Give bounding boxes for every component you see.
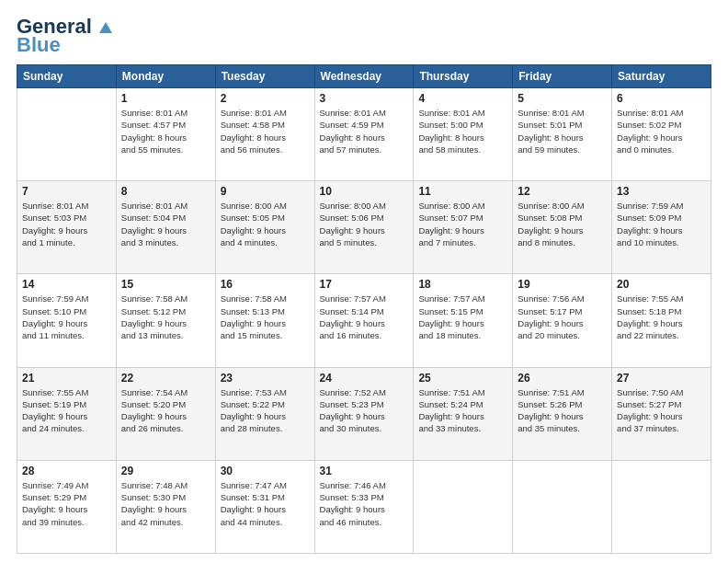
week-row-4: 21Sunrise: 7:55 AM Sunset: 5:19 PM Dayli… — [17, 367, 711, 460]
day-number: 23 — [221, 372, 310, 385]
day-cell: 14Sunrise: 7:59 AM Sunset: 5:10 PM Dayli… — [17, 274, 117, 367]
day-info: Sunrise: 8:00 AM Sunset: 5:05 PM Dayligh… — [221, 200, 310, 248]
day-cell: 15Sunrise: 7:58 AM Sunset: 5:12 PM Dayli… — [116, 274, 215, 367]
day-cell: 22Sunrise: 7:54 AM Sunset: 5:20 PM Dayli… — [116, 367, 215, 460]
day-cell: 27Sunrise: 7:50 AM Sunset: 5:27 PM Dayli… — [612, 367, 711, 460]
day-info: Sunrise: 8:01 AM Sunset: 5:02 PM Dayligh… — [617, 107, 706, 155]
day-cell: 13Sunrise: 7:59 AM Sunset: 5:09 PM Dayli… — [612, 181, 711, 274]
day-info: Sunrise: 7:56 AM Sunset: 5:17 PM Dayligh… — [518, 293, 607, 341]
header: General Blue — [17, 17, 711, 55]
day-number: 5 — [518, 92, 607, 105]
day-info: Sunrise: 7:57 AM Sunset: 5:14 PM Dayligh… — [320, 293, 409, 341]
week-row-5: 28Sunrise: 7:49 AM Sunset: 5:29 PM Dayli… — [17, 460, 711, 553]
day-number: 27 — [617, 372, 706, 385]
day-info: Sunrise: 8:00 AM Sunset: 5:07 PM Dayligh… — [418, 200, 507, 248]
day-cell: 21Sunrise: 7:55 AM Sunset: 5:19 PM Dayli… — [17, 367, 117, 460]
day-cell — [612, 460, 711, 553]
col-header-wednesday: Wednesday — [314, 65, 414, 88]
day-number: 16 — [221, 278, 310, 291]
day-cell: 17Sunrise: 7:57 AM Sunset: 5:14 PM Dayli… — [314, 274, 414, 367]
day-number: 19 — [518, 278, 607, 291]
day-number: 6 — [617, 92, 706, 105]
day-info: Sunrise: 7:51 AM Sunset: 5:24 PM Dayligh… — [418, 386, 507, 435]
day-info: Sunrise: 7:48 AM Sunset: 5:30 PM Dayligh… — [121, 479, 210, 528]
logo-blue: Blue — [17, 35, 61, 55]
day-info: Sunrise: 7:55 AM Sunset: 5:18 PM Dayligh… — [617, 293, 706, 341]
col-header-friday: Friday — [513, 65, 612, 88]
day-info: Sunrise: 7:57 AM Sunset: 5:15 PM Dayligh… — [418, 293, 507, 341]
week-row-2: 7Sunrise: 8:01 AM Sunset: 5:03 PM Daylig… — [17, 181, 711, 274]
day-cell: 8Sunrise: 8:01 AM Sunset: 5:04 PM Daylig… — [116, 181, 215, 274]
day-number: 22 — [121, 372, 210, 385]
day-cell: 2Sunrise: 8:01 AM Sunset: 4:58 PM Daylig… — [215, 88, 314, 181]
day-info: Sunrise: 7:53 AM Sunset: 5:22 PM Dayligh… — [221, 386, 310, 435]
header-row: SundayMondayTuesdayWednesdayThursdayFrid… — [17, 65, 711, 88]
day-cell — [414, 460, 513, 553]
day-info: Sunrise: 7:55 AM Sunset: 5:19 PM Dayligh… — [22, 386, 111, 435]
day-number: 14 — [22, 278, 111, 291]
day-info: Sunrise: 7:59 AM Sunset: 5:09 PM Dayligh… — [617, 200, 706, 248]
day-info: Sunrise: 8:01 AM Sunset: 5:04 PM Dayligh… — [121, 200, 210, 248]
day-number: 25 — [418, 372, 507, 385]
day-cell — [17, 88, 117, 181]
day-cell — [513, 460, 612, 553]
day-number: 3 — [320, 92, 409, 105]
page: General Blue SundayMondayTuesdayWednesda… — [0, 0, 728, 563]
day-number: 10 — [320, 185, 409, 198]
day-info: Sunrise: 7:49 AM Sunset: 5:29 PM Dayligh… — [22, 479, 111, 528]
day-cell: 18Sunrise: 7:57 AM Sunset: 5:15 PM Dayli… — [414, 274, 513, 367]
day-info: Sunrise: 7:58 AM Sunset: 5:12 PM Dayligh… — [121, 293, 210, 341]
day-cell: 26Sunrise: 7:51 AM Sunset: 5:26 PM Dayli… — [513, 367, 612, 460]
day-number: 26 — [518, 372, 607, 385]
day-cell: 10Sunrise: 8:00 AM Sunset: 5:06 PM Dayli… — [314, 181, 414, 274]
day-number: 31 — [320, 465, 409, 477]
day-info: Sunrise: 8:00 AM Sunset: 5:06 PM Dayligh… — [320, 200, 409, 248]
day-cell: 24Sunrise: 7:52 AM Sunset: 5:23 PM Dayli… — [314, 367, 414, 460]
day-cell: 1Sunrise: 8:01 AM Sunset: 4:57 PM Daylig… — [116, 88, 215, 181]
day-number: 7 — [22, 185, 111, 198]
day-cell: 6Sunrise: 8:01 AM Sunset: 5:02 PM Daylig… — [612, 88, 711, 181]
col-header-saturday: Saturday — [612, 65, 711, 88]
day-info: Sunrise: 7:46 AM Sunset: 5:33 PM Dayligh… — [320, 479, 409, 528]
day-cell: 5Sunrise: 8:01 AM Sunset: 5:01 PM Daylig… — [513, 88, 612, 181]
day-number: 29 — [121, 465, 210, 477]
day-info: Sunrise: 7:47 AM Sunset: 5:31 PM Dayligh… — [221, 479, 310, 528]
day-cell: 3Sunrise: 8:01 AM Sunset: 4:59 PM Daylig… — [314, 88, 414, 181]
day-info: Sunrise: 7:58 AM Sunset: 5:13 PM Dayligh… — [221, 293, 310, 341]
day-number: 2 — [221, 92, 310, 105]
day-number: 24 — [320, 372, 409, 385]
day-cell: 20Sunrise: 7:55 AM Sunset: 5:18 PM Dayli… — [612, 274, 711, 367]
day-info: Sunrise: 7:52 AM Sunset: 5:23 PM Dayligh… — [320, 386, 409, 435]
col-header-sunday: Sunday — [17, 65, 117, 88]
day-cell: 9Sunrise: 8:00 AM Sunset: 5:05 PM Daylig… — [215, 181, 314, 274]
day-number: 13 — [617, 185, 706, 198]
day-info: Sunrise: 8:01 AM Sunset: 4:59 PM Dayligh… — [320, 107, 409, 155]
day-cell: 7Sunrise: 8:01 AM Sunset: 5:03 PM Daylig… — [17, 181, 117, 274]
logo: General Blue — [17, 17, 113, 55]
day-info: Sunrise: 8:01 AM Sunset: 5:00 PM Dayligh… — [418, 107, 507, 155]
day-number: 4 — [418, 92, 507, 105]
day-number: 9 — [221, 185, 310, 198]
day-number: 15 — [121, 278, 210, 291]
day-cell: 4Sunrise: 8:01 AM Sunset: 5:00 PM Daylig… — [414, 88, 513, 181]
day-number: 20 — [617, 278, 706, 291]
week-row-1: 1Sunrise: 8:01 AM Sunset: 4:57 PM Daylig… — [17, 88, 711, 181]
day-cell: 23Sunrise: 7:53 AM Sunset: 5:22 PM Dayli… — [215, 367, 314, 460]
day-cell: 12Sunrise: 8:00 AM Sunset: 5:08 PM Dayli… — [513, 181, 612, 274]
day-info: Sunrise: 8:01 AM Sunset: 4:58 PM Dayligh… — [221, 107, 310, 155]
day-info: Sunrise: 7:54 AM Sunset: 5:20 PM Dayligh… — [121, 386, 210, 435]
calendar-table: SundayMondayTuesdayWednesdayThursdayFrid… — [17, 64, 711, 554]
day-cell: 11Sunrise: 8:00 AM Sunset: 5:07 PM Dayli… — [414, 181, 513, 274]
day-info: Sunrise: 8:01 AM Sunset: 5:03 PM Dayligh… — [22, 200, 111, 248]
day-number: 30 — [221, 465, 310, 477]
day-cell: 28Sunrise: 7:49 AM Sunset: 5:29 PM Dayli… — [17, 460, 117, 553]
week-row-3: 14Sunrise: 7:59 AM Sunset: 5:10 PM Dayli… — [17, 274, 711, 367]
day-info: Sunrise: 7:59 AM Sunset: 5:10 PM Dayligh… — [22, 293, 111, 341]
day-info: Sunrise: 7:51 AM Sunset: 5:26 PM Dayligh… — [518, 386, 607, 435]
day-info: Sunrise: 8:01 AM Sunset: 4:57 PM Dayligh… — [121, 107, 210, 155]
day-info: Sunrise: 8:00 AM Sunset: 5:08 PM Dayligh… — [518, 200, 607, 248]
day-number: 11 — [418, 185, 507, 198]
day-number: 18 — [418, 278, 507, 291]
col-header-tuesday: Tuesday — [215, 65, 314, 88]
col-header-thursday: Thursday — [414, 65, 513, 88]
